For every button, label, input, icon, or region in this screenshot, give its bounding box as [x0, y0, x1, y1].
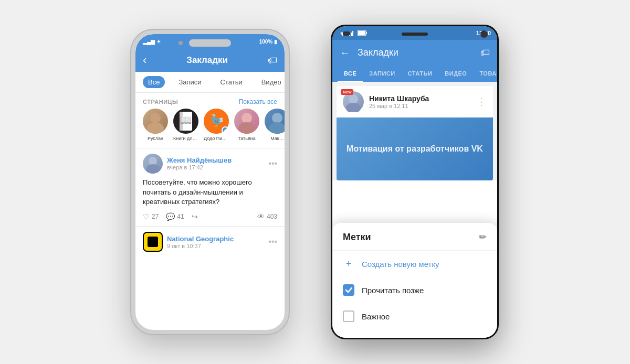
android-back-button[interactable]: ←	[340, 47, 350, 59]
android-post-options[interactable]: ⋮	[477, 96, 487, 108]
iphone-statusbar: ▂▄▆ ✦ 12:30 100% ▮	[135, 34, 285, 49]
verified-badge: ✓	[222, 126, 229, 134]
page-avatar-ruslан	[143, 109, 168, 134]
svg-point-12	[146, 164, 160, 174]
tab-articles[interactable]: Статьи	[215, 76, 248, 88]
page-item-ruslан[interactable]: Руслан	[143, 109, 168, 142]
show-all-button[interactable]: Показать все	[239, 98, 277, 105]
checkbox-item-1[interactable]: Важное	[332, 303, 497, 329]
android-post-author[interactable]: Никита Шкаруба	[369, 94, 471, 103]
comments-action[interactable]: 💬 41	[166, 212, 184, 221]
share-action[interactable]: ↪	[192, 212, 198, 221]
svg-rect-15	[351, 33, 352, 36]
post-options-button[interactable]: •••	[268, 159, 277, 168]
svg-point-21	[346, 103, 361, 112]
svg-point-11	[149, 157, 157, 165]
page-item-books[interactable]: 📖 Книги для…	[173, 109, 198, 142]
back-button[interactable]: ‹	[143, 55, 146, 66]
page-label-books: Книги для…	[173, 136, 198, 142]
page-label-ruslан: Руслан	[148, 136, 163, 142]
page-item-tatyana[interactable]: Татьяна	[234, 109, 259, 142]
battery-icon	[358, 30, 367, 36]
android-tabs: ВСЕ ЗАПИСИ СТАТЬИ ВИДЕО ТОВАР…	[332, 65, 497, 82]
android-tab-video[interactable]: ВИДЕО	[438, 65, 473, 82]
battery-indicator: 100% ▮	[259, 39, 277, 45]
iphone-time: 12:30	[203, 39, 217, 45]
checkbox-label-0: Прочитать позже	[362, 286, 424, 295]
post-actions: ♡ 27 💬 41 ↪ 👁 403	[143, 212, 277, 221]
android-time: 12:30	[476, 30, 491, 36]
post-text: Посоветуйте, что можно хорошего почитать…	[143, 178, 277, 208]
android-tab-goods[interactable]: ТОВАР…	[473, 65, 497, 82]
svg-rect-14	[349, 34, 350, 36]
checkbox-item-0[interactable]: Прочитать позже	[332, 277, 497, 303]
android-tab-articles[interactable]: СТАТЬИ	[402, 65, 439, 82]
add-icon: +	[343, 258, 354, 270]
page-avatar-mak	[265, 109, 285, 134]
likes-count: 27	[152, 213, 159, 220]
bottom-sheet-header: Метки ✏	[332, 231, 497, 251]
bottom-sheet-title: Метки	[343, 232, 371, 243]
ng-name[interactable]: National Geographic	[167, 235, 264, 243]
android-tab-posts[interactable]: ЗАПИСИ	[363, 65, 401, 82]
pages-section-label: СТРАНИЦЫ	[143, 99, 178, 105]
create-label-item[interactable]: + Создать новую метку	[332, 251, 497, 277]
android-speaker	[402, 33, 428, 36]
svg-point-10	[269, 122, 285, 134]
pages-row: Руслан 📖 Книги для… 🦤 ✓ Додо Пицца	[135, 109, 285, 148]
views-icon: 👁	[257, 212, 265, 221]
post-author-avatar	[143, 154, 163, 174]
svg-point-7	[242, 113, 252, 123]
share-icon: ↪	[192, 212, 198, 221]
post-image: Мотивация от разработчиков VK	[337, 117, 493, 180]
views-count: 403	[267, 213, 277, 220]
post-card: Женя Найдёнышев вчера в 17:42 ••• Посове…	[135, 148, 285, 227]
comment-icon: 💬	[166, 212, 175, 221]
ng-post-card: National Geographic 9 окт в 10:37 •••	[135, 227, 285, 257]
views-action: 👁 403	[257, 212, 277, 221]
page-item-dodo[interactable]: 🦤 ✓ Додо Пицца	[204, 109, 229, 142]
ng-date: 9 окт в 10:37	[167, 243, 264, 249]
android-post-avatar: New	[343, 91, 364, 112]
post-date: вчера в 17:42	[167, 164, 264, 170]
svg-text:🦤: 🦤	[209, 113, 224, 127]
tab-video[interactable]: Видео	[256, 76, 285, 88]
signal-icon: ▂▄▆ ✦	[143, 39, 161, 45]
page-item-mak[interactable]: Мак…	[265, 109, 285, 142]
tab-posts[interactable]: Записи	[173, 76, 206, 88]
iphone-device: ▂▄▆ ✦ 12:30 100% ▮ ‹ Закладки 🏷 Все Запи…	[131, 30, 289, 334]
svg-point-0	[150, 113, 161, 123]
android-post-meta: Никита Шкаруба 25 мар в 12:11	[369, 94, 471, 109]
android-screen: 12:30 ← Закладки 🏷 ВСЕ ЗАПИСИ СТАТЬИ ВИД…	[332, 26, 497, 338]
svg-point-20	[349, 94, 358, 104]
ng-logo	[143, 232, 163, 252]
post-header: Женя Найдёнышев вчера в 17:42 •••	[143, 154, 277, 174]
create-label: Создать новую метку	[362, 260, 439, 269]
svg-point-13	[342, 35, 343, 36]
svg-point-1	[147, 122, 164, 134]
android-device: 12:30 ← Закладки 🏷 ВСЕ ЗАПИСИ СТАТЬИ ВИД…	[331, 25, 499, 339]
checkbox-checked[interactable]	[343, 284, 354, 296]
pages-section-header: СТРАНИЦЫ Показать все	[135, 93, 285, 109]
post-meta: Женя Найдёнышев вчера в 17:42	[167, 156, 264, 170]
svg-rect-18	[366, 32, 368, 34]
iphone-tabs: Все Записи Статьи Видео С...	[135, 72, 285, 93]
tag-icon[interactable]: 🏷	[268, 55, 277, 66]
ng-options-button[interactable]: •••	[268, 237, 277, 247]
page-label-tatyana: Татьяна	[238, 136, 256, 142]
wifi-icon	[339, 30, 346, 36]
svg-rect-16	[352, 31, 353, 36]
edit-icon[interactable]: ✏	[479, 231, 487, 243]
page-label-mak: Мак…	[270, 136, 284, 142]
post-author-name[interactable]: Женя Найдёнышев	[167, 156, 264, 164]
android-navbar: ← Закладки 🏷	[332, 40, 497, 65]
checkbox-label-1: Важное	[362, 312, 390, 321]
likes-action[interactable]: ♡ 27	[143, 212, 159, 221]
page-avatar-tatyana	[234, 109, 259, 134]
android-post-date: 25 мар в 12:11	[369, 103, 471, 109]
page-avatar-dodo: 🦤 ✓	[204, 109, 229, 134]
checkbox-unchecked[interactable]	[343, 311, 354, 322]
tab-all[interactable]: Все	[143, 76, 165, 88]
android-tag-icon[interactable]: 🏷	[480, 47, 490, 58]
android-tab-all[interactable]: ВСЕ	[338, 65, 363, 82]
